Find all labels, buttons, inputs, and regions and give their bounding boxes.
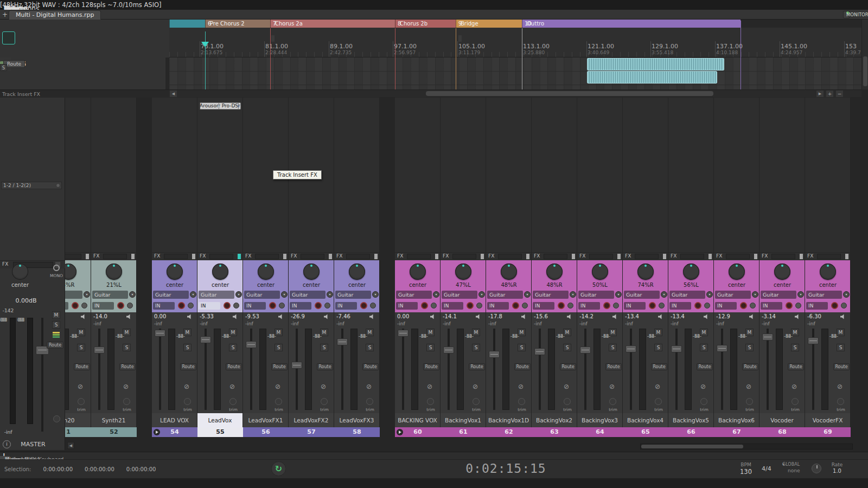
volume-fader[interactable]	[534, 329, 546, 410]
pan-knob[interactable]	[774, 264, 790, 280]
route-button[interactable]: Route	[514, 363, 531, 370]
fader-handle[interactable]	[246, 341, 257, 348]
input-monitor-button[interactable]	[81, 303, 87, 309]
region-marker[interactable]: 8 Chorus 2b	[395, 20, 456, 28]
fx-param-slot[interactable]	[817, 254, 841, 259]
route-button[interactable]: Route	[74, 363, 90, 370]
fader-handle[interactable]	[808, 337, 819, 344]
trim-knob[interactable]	[78, 398, 85, 405]
record-arm-button[interactable]	[72, 302, 79, 309]
output-select[interactable]: Guitar	[199, 291, 234, 299]
selection-start[interactable]: 0:00:00:00	[43, 466, 73, 472]
trim-knob[interactable]	[427, 398, 434, 405]
master-output-select[interactable]: 1-2 / 1-2(2)	[1, 182, 62, 189]
solo-button[interactable]: S	[518, 344, 526, 351]
record-arm-button[interactable]	[558, 302, 565, 309]
trim-knob[interactable]	[518, 398, 525, 405]
volume-fader[interactable]	[154, 329, 166, 410]
pan-knob[interactable]	[637, 264, 654, 280]
record-arm-button[interactable]	[649, 302, 656, 309]
chevron-down-icon[interactable]: ▾	[281, 291, 288, 298]
strip-name[interactable]: LeadVoxFX1	[243, 413, 289, 427]
fader-handle[interactable]	[200, 336, 211, 343]
output-select[interactable]: Guitar	[715, 291, 751, 299]
mute-button[interactable]: M	[320, 329, 328, 336]
route-button[interactable]: Route	[833, 363, 850, 370]
solo-button[interactable]: S	[472, 344, 480, 351]
repeat-button[interactable]: ↻	[271, 461, 286, 476]
input-select[interactable]: IN	[669, 302, 691, 310]
fx-insert-list[interactable]	[334, 98, 380, 252]
route-button[interactable]: Route	[119, 363, 136, 370]
volume-fader[interactable]	[336, 329, 348, 410]
route-button[interactable]: Route	[362, 363, 379, 370]
chevron-down-icon[interactable]: ▾	[661, 291, 667, 298]
solo-button[interactable]: S	[426, 344, 435, 351]
volume-value[interactable]: -13.4	[671, 313, 685, 319]
output-select[interactable]: Guitar	[533, 291, 569, 299]
record-arm-button[interactable]	[269, 302, 276, 309]
strip-name[interactable]: LeadVoxFX3	[334, 413, 380, 427]
volume-fader[interactable]	[93, 329, 105, 410]
output-select[interactable]: Guitar	[153, 291, 189, 299]
record-arm-button[interactable]	[421, 302, 428, 309]
strip-number-row[interactable]: 55	[197, 427, 243, 437]
phase-button[interactable]: ⊘	[473, 383, 478, 390]
solo-button[interactable]: S	[123, 344, 131, 351]
arrange-vscrollbar[interactable]	[861, 20, 868, 89]
chevron-down-icon[interactable]: ▾	[84, 291, 90, 298]
arrange-hscrollbar[interactable]: ◀ ▶ + −	[169, 89, 861, 97]
phase-button[interactable]: ⊘	[518, 383, 524, 390]
phase-button[interactable]: ⊘	[321, 383, 326, 390]
info-icon[interactable]: i	[3, 440, 11, 448]
zoom-out-button[interactable]: −	[836, 91, 843, 97]
mute-button[interactable]: M	[563, 329, 571, 336]
fx-slot-row[interactable]: FX	[152, 252, 197, 260]
trim-knob[interactable]	[746, 398, 753, 405]
route-button[interactable]: Route	[560, 363, 576, 370]
solo-button[interactable]: S	[791, 344, 799, 351]
input-monitor-button[interactable]	[127, 303, 133, 309]
trim-knob[interactable]	[609, 398, 616, 405]
record-arm-button[interactable]	[117, 302, 124, 309]
midi-item[interactable]	[587, 71, 717, 84]
record-arm-button[interactable]	[224, 302, 231, 309]
solo-button[interactable]: S	[320, 344, 328, 351]
fx-slot-row[interactable]: FX	[243, 252, 289, 260]
volume-value[interactable]: -12.9	[716, 313, 730, 319]
chevron-down-icon[interactable]: ▾	[843, 291, 850, 298]
volume-value[interactable]: -3.14	[762, 313, 776, 319]
trim-knob[interactable]	[229, 398, 237, 405]
route-button[interactable]: Route	[469, 363, 485, 370]
volume-value[interactable]: -14.1	[443, 313, 457, 319]
time-signature[interactable]: 4/4	[762, 465, 771, 472]
record-arm-button[interactable]	[178, 302, 185, 309]
fader-handle[interactable]	[398, 330, 409, 337]
input-select[interactable]: IN	[806, 302, 828, 310]
solo-button[interactable]: S	[563, 344, 571, 351]
record-arm-button[interactable]	[512, 302, 519, 309]
record-arm-button[interactable]	[786, 302, 793, 309]
midi-item[interactable]	[587, 58, 724, 70]
solo-button[interactable]: S	[77, 344, 85, 351]
input-monitor-button[interactable]	[233, 303, 239, 309]
trim-knob[interactable]	[655, 398, 662, 405]
mute-button[interactable]: M	[426, 329, 435, 336]
volume-fader[interactable]	[397, 329, 409, 410]
output-select[interactable]: Guitar	[578, 291, 614, 299]
fx-slot-row[interactable]: FX	[760, 252, 805, 260]
region-marker[interactable]: 6 Pre Chorus 2	[205, 20, 270, 28]
input-select[interactable]: IN	[244, 302, 266, 310]
folder-icon[interactable]	[397, 429, 403, 435]
master-route-button[interactable]: Route	[47, 342, 63, 349]
input-select[interactable]: IN	[624, 302, 646, 310]
volume-value[interactable]: -9.53	[245, 313, 259, 319]
arrange-grid[interactable]	[169, 57, 861, 89]
strip-number-row[interactable]: 56	[243, 427, 289, 437]
input-monitor-button[interactable]	[188, 303, 194, 309]
mono-button[interactable]: MONO	[48, 273, 65, 278]
trim-knob[interactable]	[792, 398, 799, 405]
selection-length[interactable]: 0:00:00:00	[126, 466, 156, 472]
fx-slot-row[interactable]: FX	[532, 252, 577, 260]
strip-name[interactable]: BackingVox1	[441, 413, 486, 427]
